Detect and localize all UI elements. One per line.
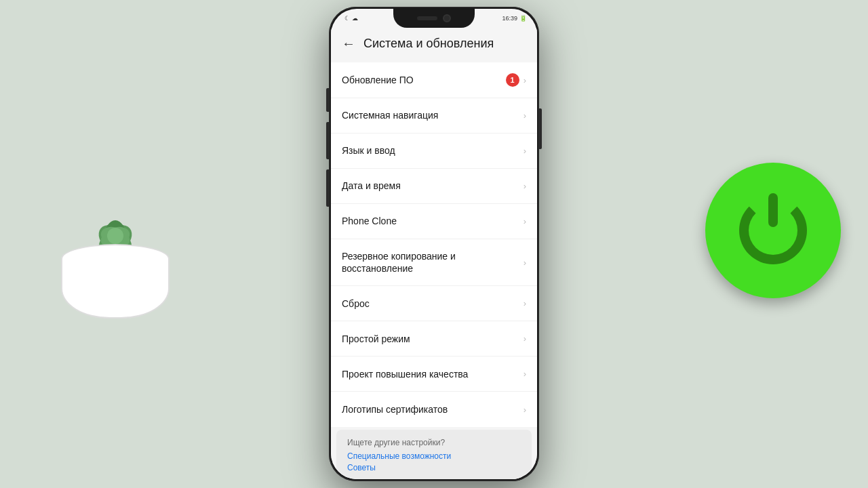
mute-button	[326, 169, 329, 207]
chevron-icon-software-update: ›	[524, 75, 526, 85]
back-button[interactable]: ←	[342, 36, 355, 52]
volume-up-button	[326, 88, 329, 112]
menu-item-cert-logos[interactable]: Логотипы сертификатов ›	[331, 392, 537, 427]
menu-item-quality-project[interactable]: Проект повышения качества ›	[331, 357, 537, 392]
menu-item-phone-clone[interactable]: Phone Clone ›	[331, 204, 537, 239]
chevron-icon-reset: ›	[524, 298, 526, 308]
menu-item-label-phone-clone: Phone Clone	[342, 215, 397, 227]
footer-search-text: Ищете другие настройки?	[347, 438, 521, 447]
menu-item-simple-mode[interactable]: Простой режим ›	[331, 321, 537, 357]
chevron-icon-cert-logos: ›	[524, 405, 526, 415]
chevron-icon-language-input: ›	[524, 146, 526, 156]
power-symbol	[736, 193, 810, 268]
svg-point-7	[107, 228, 123, 244]
menu-item-backup-restore[interactable]: Резервное копирование и восстановление ›	[331, 239, 537, 286]
clock: 16:39	[502, 15, 517, 22]
status-left: ☾ ☁	[344, 15, 358, 22]
page-header: ← Система и обновления	[331, 28, 537, 60]
notch	[393, 9, 475, 28]
menu-item-system-nav[interactable]: Системная навигация ›	[331, 98, 537, 134]
earpiece-speaker	[417, 16, 437, 20]
battery-icon: 🔋	[519, 15, 527, 22]
power-button-decoration	[705, 163, 841, 298]
footer-search-area: Ищете другие настройки? Специальные возм…	[336, 430, 532, 479]
front-camera	[443, 14, 451, 22]
chevron-icon-simple-mode: ›	[524, 333, 526, 344]
chevron-icon-phone-clone: ›	[524, 216, 526, 226]
menu-item-label-cert-logos: Логотипы сертификатов	[342, 403, 448, 415]
signal-icon: ☾ ☁	[344, 15, 358, 22]
settings-menu-list: Обновление ПО 1 › Системная навигация	[331, 62, 537, 427]
chevron-icon-date-time: ›	[524, 181, 526, 191]
menu-item-label-backup-restore: Резервное копирование и восстановление	[342, 250, 524, 274]
phone-body: ☾ ☁ 16:39 🔋 ← Система и обновления	[329, 7, 539, 481]
chevron-icon-system-nav: ›	[524, 110, 526, 121]
menu-item-label-language-input: Язык и ввод	[342, 144, 395, 157]
menu-item-label-system-nav: Системная навигация	[342, 109, 438, 121]
power-side-button	[539, 108, 542, 149]
menu-item-language-input[interactable]: Язык и ввод ›	[331, 134, 537, 169]
chevron-icon-quality-project: ›	[524, 369, 526, 379]
app-content: ← Система и обновления Обновление ПО 1 ›	[331, 28, 537, 479]
menu-item-software-update[interactable]: Обновление ПО 1 ›	[331, 62, 537, 98]
menu-item-label-reset: Сброс	[342, 298, 370, 310]
menu-item-reset[interactable]: Сброс ›	[331, 286, 537, 321]
tips-link[interactable]: Советы	[347, 463, 521, 472]
page-title: Система и обновления	[363, 37, 494, 51]
menu-item-label-quality-project: Проект повышения качества	[342, 368, 468, 380]
volume-down-button	[326, 122, 329, 159]
menu-item-label-date-time: Дата и время	[342, 180, 401, 192]
phone-screen: ☾ ☁ 16:39 🔋 ← Система и обновления	[331, 9, 537, 479]
accessibility-link[interactable]: Специальные возможности	[347, 451, 521, 461]
update-badge: 1	[506, 73, 519, 87]
plant-pot	[61, 244, 170, 319]
chevron-icon-backup-restore: ›	[524, 258, 526, 268]
phone-container: ☾ ☁ 16:39 🔋 ← Система и обновления	[329, 7, 539, 481]
menu-item-date-time[interactable]: Дата и время ›	[331, 169, 537, 204]
status-right: 16:39 🔋	[502, 15, 527, 22]
menu-item-label-software-update: Обновление ПО	[342, 74, 414, 86]
menu-item-label-simple-mode: Простой режим	[342, 333, 410, 345]
plant-decoration	[41, 169, 190, 319]
